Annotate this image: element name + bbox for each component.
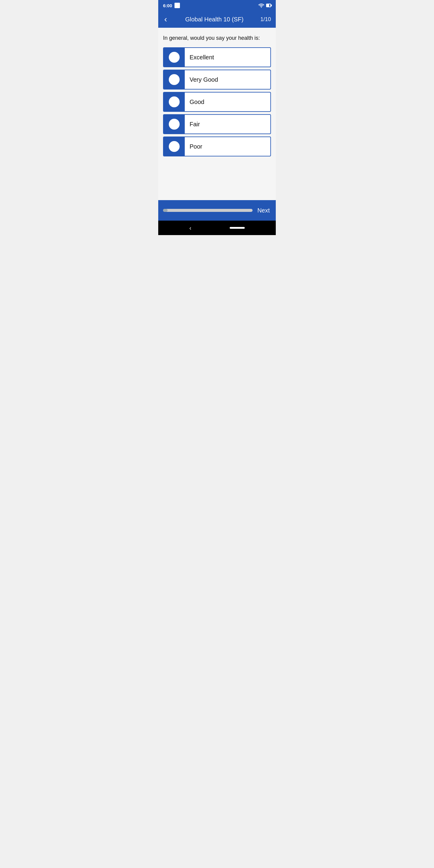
option-excellent[interactable]: Excellent [163, 47, 271, 67]
bottom-bar: Next [158, 200, 276, 221]
option-label-poor: Poor [185, 143, 270, 150]
status-bar: 6:00 [158, 0, 276, 11]
option-label-excellent: Excellent [185, 54, 270, 61]
options-list: Excellent Very Good Good Fair Poor [163, 47, 271, 156]
back-button[interactable]: ‹ [163, 14, 168, 25]
option-label-very-good: Very Good [185, 76, 270, 83]
status-time: 6:00 [163, 3, 172, 8]
radio-circle-fair [169, 119, 180, 130]
header-progress: 1/10 [260, 16, 271, 23]
radio-area-fair [164, 115, 185, 133]
radio-circle-very-good [169, 74, 180, 85]
svg-point-0 [261, 7, 262, 7]
radio-area-good [164, 93, 185, 111]
radio-area-excellent [164, 48, 185, 67]
nav-bar: ‹ [158, 221, 276, 235]
option-good[interactable]: Good [163, 92, 271, 112]
question-text: In general, would you say your health is… [163, 35, 271, 41]
battery-icon [266, 4, 271, 7]
header: ‹ Global Health 10 (SF) 1/10 [158, 11, 276, 28]
radio-circle-good [169, 96, 180, 107]
radio-area-poor [164, 137, 185, 156]
option-poor[interactable]: Poor [163, 136, 271, 156]
radio-area-very-good [164, 70, 185, 89]
nav-home-pill[interactable] [230, 227, 245, 229]
progress-bar-container [163, 209, 253, 212]
option-label-fair: Fair [185, 121, 270, 128]
radio-circle-poor [169, 141, 180, 152]
app-icon [175, 3, 180, 8]
option-label-good: Good [185, 98, 270, 105]
radio-circle-excellent [169, 52, 180, 63]
content-area: In general, would you say your health is… [158, 28, 276, 200]
option-very-good[interactable]: Very Good [163, 70, 271, 90]
header-title: Global Health 10 (SF) [168, 16, 260, 23]
option-fair[interactable]: Fair [163, 114, 271, 134]
nav-back-icon[interactable]: ‹ [189, 224, 191, 231]
status-icons [258, 3, 271, 8]
progress-bar-fill [163, 209, 167, 212]
wifi-icon [258, 3, 264, 8]
next-button[interactable]: Next [256, 206, 271, 215]
